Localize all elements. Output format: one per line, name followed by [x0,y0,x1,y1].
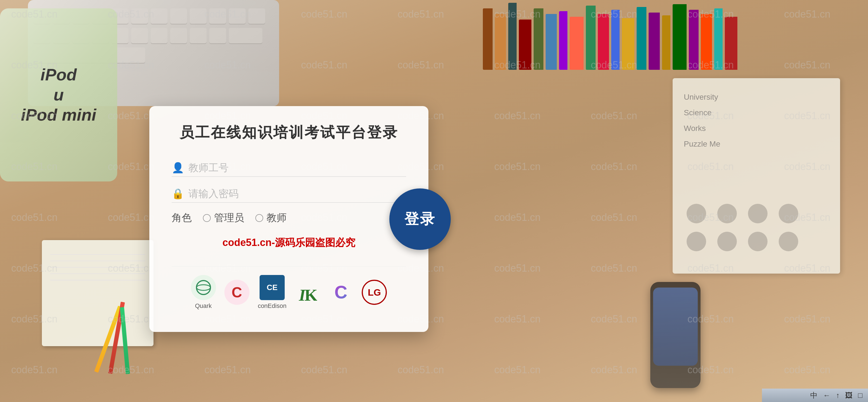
book [570,17,584,70]
book [559,11,567,70]
username-row: 👤 [172,159,406,177]
ipod-text: iPodиiPod mini [21,65,96,125]
logo-c1: C [224,280,249,305]
logo-c2: C [328,280,353,305]
taskbar-arrow1[interactable]: ← [823,391,830,400]
iphone-screen [653,287,698,366]
books-area [477,0,868,72]
svg-text:K: K [305,286,317,304]
role-admin-label: 管理员 [214,211,244,225]
book [622,18,634,70]
quark-icon [191,275,216,300]
login-button[interactable]: 登录 [389,188,451,250]
ik-icon: I K [295,280,320,305]
book [534,8,544,70]
radio-admin[interactable] [203,214,211,222]
right-book: University Science Works Puzzle Me [673,78,840,274]
book [519,20,531,70]
role-teacher-label: 教师 [267,211,287,225]
login-button-label: 登录 [404,209,436,229]
username-input[interactable] [188,162,406,174]
conedison-icon: CE [259,275,285,300]
book [689,10,699,70]
password-input[interactable] [188,188,406,199]
book [649,12,660,70]
copyright-watermark: code51.cn-源码乐园盗图必究 [172,236,406,250]
book [546,14,557,70]
login-title: 员工在线知识培训考试平台登录 [172,123,406,143]
password-row: 🔒 [172,185,406,203]
logo-ik: I K [295,280,320,305]
taskbar-arrow2[interactable]: ↑ [836,391,840,400]
taskbar-lang[interactable]: 中 [810,391,817,400]
book [495,14,506,70]
logo-quark: Quark [191,275,216,310]
book [611,10,620,70]
book [701,14,712,70]
taskbar-app[interactable]: 🖼 [845,391,852,400]
logos-section: Quark C CE conEdison I K [172,266,406,310]
role-teacher-option[interactable]: 教师 [255,211,287,225]
conedison-label: conEdison [258,302,287,310]
quark-label: Quark [195,302,212,310]
login-form: 👤 🔒 角色 管理员 教师 [172,159,406,250]
taskbar-window[interactable]: □ [858,391,862,400]
book [586,6,596,70]
c2-icon: C [328,280,353,305]
book [637,7,646,70]
lock-icon: 🔒 [172,188,183,199]
role-admin-option[interactable]: 管理员 [203,211,244,225]
book [725,17,737,70]
role-row: 角色 管理员 教师 [172,211,406,225]
book [714,8,722,70]
taskbar: 中 ← ↑ 🖼 □ [762,389,868,402]
iphone [650,282,701,388]
book [483,8,493,70]
logo-lg: LG [362,280,387,305]
login-panel: 员工在线知识培训考试平台登录 👤 🔒 角色 管理员 [149,106,428,332]
book [662,16,671,70]
radio-teacher[interactable] [255,214,263,222]
role-label: 角色 [172,211,192,225]
lg-icon: LG [362,280,387,305]
ipod-box: iPodиiPod mini [0,8,117,182]
book [598,14,609,70]
logo-conedison: CE conEdison [258,275,287,310]
user-icon: 👤 [172,162,183,174]
book [508,3,517,70]
svg-point-1 [196,285,211,290]
svg-point-0 [196,281,211,295]
book [673,4,687,70]
c1-icon: C [224,280,249,305]
